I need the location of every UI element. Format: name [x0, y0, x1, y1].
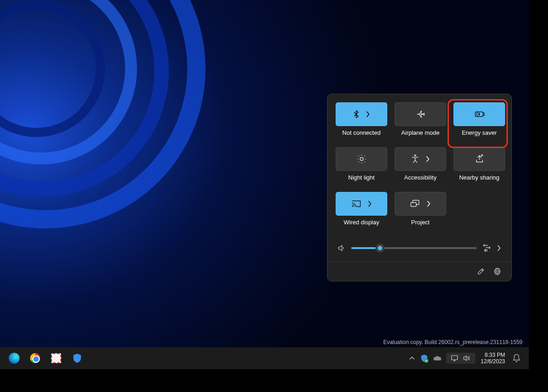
chevron-right-icon	[426, 156, 430, 162]
volume-row	[336, 235, 503, 261]
volume-slider[interactable]	[351, 247, 477, 249]
tray-onedrive-icon[interactable]	[432, 349, 443, 367]
cast-icon	[351, 200, 361, 208]
chevron-right-icon[interactable]	[497, 245, 501, 251]
tray-network-audio-group[interactable]	[446, 353, 475, 364]
project-icon	[410, 200, 420, 208]
taskbar-security-button[interactable]	[68, 349, 87, 367]
qs-energy-label: Energy saver	[462, 129, 497, 136]
taskbar-left	[5, 349, 87, 367]
qs-energy-tile[interactable]	[453, 102, 505, 126]
speaker-icon	[463, 355, 471, 362]
taskbar-right: 8:33 PM 12/6/2023	[406, 349, 524, 367]
bluetooth-icon	[353, 110, 359, 118]
taskbar: 8:33 PM 12/6/2023	[0, 347, 529, 369]
qs-accessibility-item: Accessibility	[395, 147, 446, 188]
chevron-right-icon	[366, 111, 370, 117]
taskbar-chrome-button[interactable]	[26, 349, 45, 367]
qs-airplane-label: Airplane mode	[401, 129, 440, 136]
chevron-right-icon	[427, 201, 431, 207]
clock-time: 8:33 PM	[481, 352, 505, 358]
taskbar-edge-button[interactable]	[5, 349, 24, 367]
qs-wired-display-item: Wired display	[336, 192, 387, 233]
volume-slider-thumb[interactable]	[375, 244, 385, 253]
qs-nightlight-item: Night light	[336, 147, 387, 188]
quick-settings-panel: Not connected Airplane mode	[327, 94, 512, 281]
speaker-low-icon[interactable]	[337, 244, 346, 252]
qs-accessibility-label: Accessibility	[404, 174, 437, 181]
nearby-sharing-icon	[475, 154, 484, 164]
svg-rect-8	[451, 355, 457, 360]
audio-output-icon[interactable]	[482, 244, 491, 252]
qs-wired-display-label: Wired display	[343, 219, 379, 226]
snipping-tool-icon	[51, 353, 61, 363]
network-icon	[451, 355, 459, 362]
qs-airplane-tile[interactable]	[395, 102, 446, 126]
edit-icon[interactable]	[477, 267, 485, 275]
qs-nightlight-label: Night light	[348, 174, 375, 181]
svg-point-7	[424, 359, 428, 363]
qs-project-tile[interactable]	[395, 192, 446, 216]
watermark-line-2: Evaluation copy. Build 26002.rs_prerelea…	[383, 339, 522, 345]
qs-wired-display-tile[interactable]	[336, 192, 387, 216]
system-tray	[406, 349, 443, 367]
energy-saver-icon	[474, 111, 485, 118]
svg-point-2	[414, 155, 416, 156]
qs-bluetooth-label: Not connected	[342, 129, 381, 136]
svg-rect-5	[411, 202, 416, 206]
chevron-right-icon	[368, 201, 372, 207]
qs-accessibility-tile[interactable]	[395, 147, 446, 171]
qs-bluetooth-item: Not connected	[336, 102, 387, 143]
accessibility-icon	[411, 154, 419, 164]
edge-icon	[9, 353, 20, 364]
svg-point-3	[352, 206, 353, 207]
clock-date: 12/6/2023	[481, 358, 505, 365]
taskbar-clock[interactable]: 8:33 PM 12/6/2023	[481, 352, 505, 365]
qs-nearby-item: Nearby sharing	[453, 147, 505, 188]
settings-gear-icon[interactable]	[493, 267, 501, 275]
taskbar-snipping-button[interactable]	[47, 349, 66, 367]
quick-settings-grid: Not connected Airplane mode	[336, 102, 503, 233]
svg-point-1	[360, 158, 363, 161]
notifications-button[interactable]	[509, 349, 524, 367]
qs-energy-item: Energy saver	[453, 102, 505, 143]
svg-point-6	[496, 270, 499, 273]
night-light-icon	[357, 154, 366, 164]
qs-project-item: Project	[395, 192, 446, 233]
shield-icon	[73, 353, 82, 363]
qs-bluetooth-tile[interactable]	[336, 102, 387, 126]
qs-project-label: Project	[411, 219, 429, 226]
qs-nearby-tile[interactable]	[453, 147, 505, 171]
quick-settings-footer	[327, 261, 511, 281]
qs-nearby-label: Nearby sharing	[459, 174, 499, 181]
chrome-icon	[30, 353, 40, 363]
desktop-wallpaper[interactable]: Not connected Airplane mode	[0, 0, 529, 369]
qs-nightlight-tile[interactable]	[336, 147, 387, 171]
desktop-watermark: Evaluation copy. Build 26002.rs_prerelea…	[383, 339, 522, 345]
tray-security-icon[interactable]	[419, 349, 431, 367]
qs-airplane-item: Airplane mode	[395, 102, 446, 143]
tray-overflow-chevron[interactable]	[406, 349, 418, 367]
airplane-icon	[416, 110, 425, 118]
